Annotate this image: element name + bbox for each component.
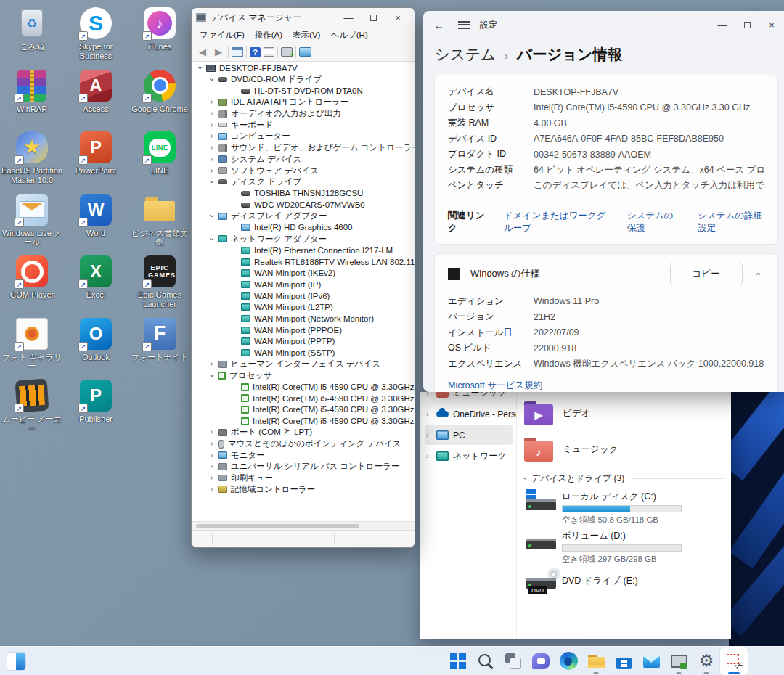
device-tree-item[interactable]: Intel(R) Core(TM) i5-4590 CPU @ 3.30GHz: [192, 381, 415, 393]
device-tree-item[interactable]: ポート (COM と LPT): [192, 427, 415, 438]
chat-button[interactable]: [527, 647, 555, 675]
link-microsoft-services-agreement[interactable]: Microsoft サービス規約: [448, 377, 764, 392]
link-advanced-system-settings[interactable]: システムの詳細設定: [698, 210, 764, 234]
scan-hardware-changes-icon[interactable]: [281, 47, 293, 57]
nav-item[interactable]: › PC: [425, 425, 513, 445]
device-tree-item[interactable]: Intel(R) HD Graphics 4600: [192, 222, 415, 234]
desktop-icon[interactable]: A Access: [64, 67, 128, 129]
start-button[interactable]: [444, 647, 472, 675]
menu-help[interactable]: ヘルプ(H): [325, 28, 372, 42]
desktop-icon[interactable]: F フォートナイト: [128, 315, 192, 377]
close-button[interactable]: ×: [759, 16, 784, 33]
desktop-icon[interactable]: O Outlook: [64, 315, 128, 377]
device-tree-item[interactable]: プロセッサ: [192, 370, 415, 382]
device-tree-item[interactable]: 記憶域コントローラー: [192, 483, 415, 495]
tree-expander-icon[interactable]: [208, 486, 216, 493]
maximize-button[interactable]: [735, 16, 759, 33]
help-icon[interactable]: ?: [250, 47, 261, 57]
device-tree-item[interactable]: IDE ATA/ATAPI コントローラー: [192, 97, 415, 108]
desktop-icon[interactable]: ビジネス書類文例: [128, 191, 192, 253]
drive-tile[interactable]: ローカル ディスク (C:) 空き領域 50.8 GB/118 GB: [524, 489, 724, 525]
desktop-icon[interactable]: X Excel: [64, 253, 128, 315]
desktop-icon[interactable]: S Skype for Business: [64, 4, 128, 67]
folder-tile[interactable]: ▶ ビデオ: [524, 395, 724, 431]
tree-expander-icon[interactable]: [208, 441, 216, 447]
drive-tile[interactable]: DVD DVD ドライブ (E:): [524, 568, 724, 604]
tree-expander-icon[interactable]: [208, 168, 216, 174]
device-tree-item[interactable]: モニター: [192, 449, 415, 461]
tree-expander-icon[interactable]: [208, 99, 216, 105]
tree-expander-icon[interactable]: [208, 372, 215, 380]
device-tree-item[interactable]: 印刷キュー: [192, 472, 415, 484]
device-manager-titlebar[interactable]: デバイス マネージャー — ×: [192, 8, 415, 27]
maximize-button[interactable]: [361, 9, 385, 26]
desktop-icon[interactable]: EPIC GAMES Epic Games Launcher: [128, 253, 192, 315]
desktop-icon[interactable]: ♻ ごみ箱: [0, 4, 64, 67]
desktop-icon[interactable]: LINE LINE: [128, 128, 192, 191]
snipping-tool-button[interactable]: [720, 647, 748, 675]
tree-expander-icon[interactable]: [208, 110, 216, 117]
tree-expander-icon[interactable]: [208, 452, 216, 459]
forward-icon[interactable]: ▶: [212, 46, 225, 58]
device-tree-item[interactable]: Intel(R) Core(TM) i5-4590 CPU @ 3.30GHz: [192, 393, 415, 404]
tree-expander-icon[interactable]: [208, 361, 216, 367]
tree-expander-icon[interactable]: [208, 212, 215, 220]
minimize-button[interactable]: —: [710, 16, 735, 33]
properties-icon[interactable]: [264, 47, 274, 57]
folder-tile[interactable]: ♪ ミュージック: [524, 431, 724, 467]
settings-button[interactable]: [693, 647, 720, 675]
edge-button[interactable]: [555, 647, 582, 675]
desktop-icon[interactable]: ♪ iTunes: [128, 4, 192, 67]
breadcrumb-parent[interactable]: システム: [435, 44, 496, 65]
device-tree-item[interactable]: WAN Miniport (PPTP): [192, 336, 415, 348]
device-tree-item[interactable]: WAN Miniport (IKEv2): [192, 267, 415, 279]
mail-button[interactable]: [637, 647, 665, 675]
tree-expander-icon[interactable]: [208, 122, 216, 128]
device-tree-item[interactable]: WAN Miniport (Network Monitor): [192, 313, 415, 324]
store-button[interactable]: [610, 647, 637, 675]
device-tree-item[interactable]: オーディオの入力および出力: [192, 108, 415, 120]
copy-button[interactable]: コピー: [670, 263, 743, 285]
desktop-icon[interactable]: Google Chrome: [128, 67, 192, 129]
device-tree-item[interactable]: WAN Miniport (IP): [192, 279, 415, 290]
desktop-icon[interactable]: ムービー メーカー: [0, 377, 64, 439]
tree-expander-icon[interactable]: [208, 133, 216, 139]
desktop-icon[interactable]: GOM Player: [0, 253, 64, 315]
desktop-icon[interactable]: フォト ギャラリー: [0, 315, 64, 377]
devices-and-drives-header[interactable]: › デバイスとドライブ (3): [524, 470, 724, 486]
chevron-right-icon[interactable]: ›: [426, 452, 435, 460]
device-tree-item[interactable]: WAN Miniport (L2TP): [192, 301, 415, 313]
device-tree-item[interactable]: コンピューター: [192, 131, 415, 142]
hamburger-menu-icon[interactable]: [458, 21, 470, 29]
tree-expander-icon[interactable]: [208, 144, 216, 151]
tree-expander-icon[interactable]: [208, 75, 215, 83]
search-button[interactable]: [472, 647, 499, 675]
remote-computer-icon[interactable]: [299, 47, 311, 57]
desktop-icon[interactable]: Windows Live メール: [0, 191, 64, 253]
tree-expander-icon[interactable]: [208, 429, 216, 435]
tree-expander-icon[interactable]: [208, 463, 216, 470]
device-tree-item[interactable]: マウスとそのほかのポインティング デバイス: [192, 438, 415, 450]
link-system-protection[interactable]: システムの保護: [627, 210, 679, 234]
chevron-right-icon[interactable]: ›: [426, 431, 435, 439]
device-tree-item[interactable]: WAN Miniport (IPv6): [192, 290, 415, 302]
nav-item[interactable]: › OneDrive - Personal: [425, 404, 513, 424]
chevron-right-icon[interactable]: ›: [426, 392, 435, 397]
windows-spec-header[interactable]: Windows の仕様 コピー ›: [435, 254, 777, 290]
file-explorer-button[interactable]: [582, 647, 610, 675]
horizontal-scrollbar[interactable]: [192, 521, 415, 530]
tree-expander-icon[interactable]: [208, 178, 215, 186]
nav-item[interactable]: › ネットワーク: [425, 446, 513, 466]
device-tree-item[interactable]: Intel(R) Core(TM) i5-4590 CPU @ 3.30GHz: [192, 415, 415, 427]
device-manager-button[interactable]: [665, 647, 693, 675]
device-tree-item[interactable]: Intel(R) Ethernet Connection I217-LM: [192, 245, 415, 256]
tree-expander-icon[interactable]: [197, 64, 203, 72]
back-icon[interactable]: ◀: [196, 46, 209, 58]
device-tree-item[interactable]: TOSHIBA THNSNJ128GCSU: [192, 188, 415, 200]
console-window-icon[interactable]: [232, 47, 243, 57]
menu-file[interactable]: ファイル(F): [195, 28, 250, 42]
device-tree-item[interactable]: ヒューマン インターフェイス デバイス: [192, 359, 415, 370]
scrollbar-thumb[interactable]: [196, 524, 359, 528]
device-tree-item[interactable]: ディスプレイ アダプター: [192, 210, 415, 222]
device-tree-item[interactable]: Intel(R) Core(TM) i5-4590 CPU @ 3.30GHz: [192, 404, 415, 416]
